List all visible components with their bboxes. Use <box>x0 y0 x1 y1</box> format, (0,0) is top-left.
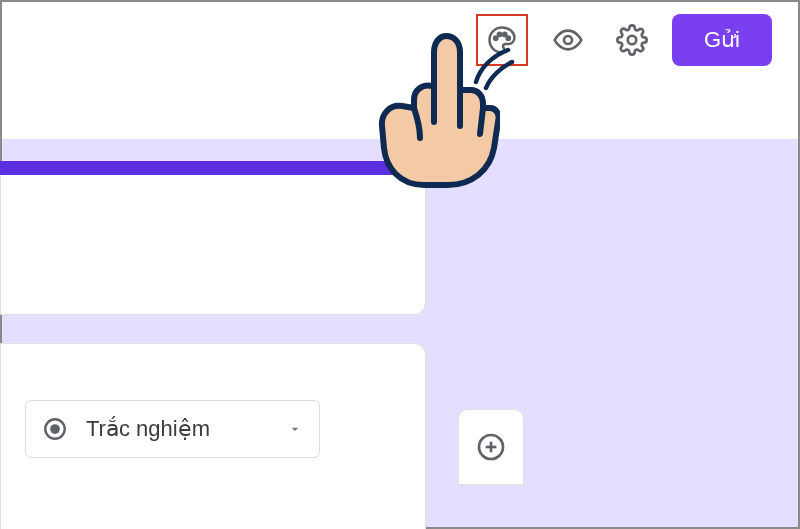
svg-point-7 <box>50 424 60 434</box>
form-title-card[interactable] <box>0 161 426 315</box>
gear-icon <box>616 24 648 56</box>
svg-point-3 <box>507 37 510 40</box>
svg-point-0 <box>494 37 497 40</box>
plus-circle-icon <box>475 431 507 463</box>
svg-point-4 <box>564 36 572 44</box>
radio-icon <box>42 416 68 442</box>
topbar: Gửi <box>2 2 798 139</box>
preview-button[interactable] <box>544 16 592 64</box>
question-type-dropdown[interactable]: Trắc nghiệm <box>25 400 320 458</box>
side-toolbar <box>458 409 524 485</box>
settings-button[interactable] <box>608 16 656 64</box>
question-type-label: Trắc nghiệm <box>86 416 269 442</box>
send-button[interactable]: Gửi <box>672 14 772 66</box>
customize-theme-highlight <box>476 14 528 66</box>
workspace: Trắc nghiệm <box>2 139 798 527</box>
add-question-button[interactable] <box>470 426 512 468</box>
svg-point-5 <box>628 36 637 45</box>
palette-icon <box>487 25 517 55</box>
caret-down-icon <box>287 421 303 437</box>
customize-theme-button[interactable] <box>480 18 524 62</box>
svg-point-2 <box>503 33 506 36</box>
app-frame: Gửi Trắc nghiệm <box>0 0 800 529</box>
question-card[interactable]: Trắc nghiệm <box>0 343 426 529</box>
svg-point-1 <box>498 33 501 36</box>
eye-icon <box>552 24 584 56</box>
title-card-accent <box>0 161 426 175</box>
topbar-actions: Gửi <box>476 14 772 66</box>
